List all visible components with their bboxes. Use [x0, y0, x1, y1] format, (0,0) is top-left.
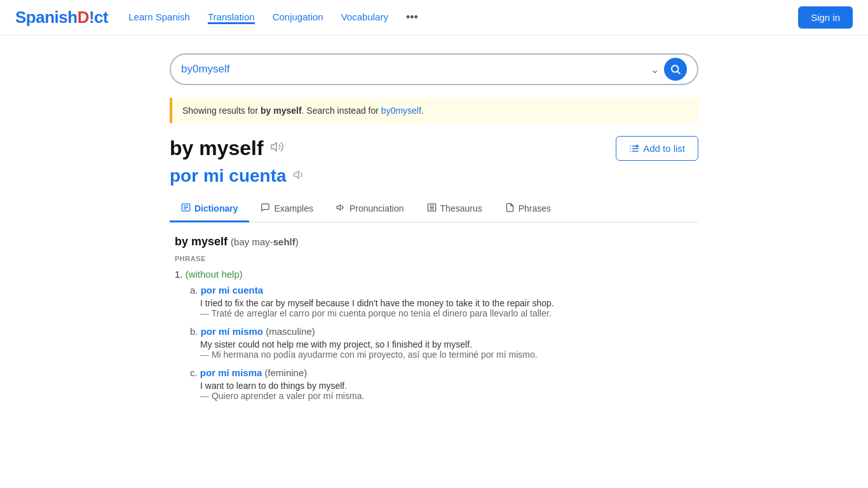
sub-letter-b: b.	[190, 326, 198, 337]
svg-marker-16	[337, 205, 341, 210]
search-button[interactable]	[664, 58, 687, 81]
svg-line-1	[677, 71, 679, 73]
example-block-a: I tried to fix the car by myself because…	[200, 298, 693, 318]
def-number: 1.	[175, 269, 183, 280]
phonetic-stress: sehlf	[273, 236, 295, 247]
header: SpanishD!ct Learn Spanish Translation Co…	[0, 0, 868, 36]
word-title-group: by myself	[170, 137, 284, 160]
part-of-speech: PHRASE	[175, 255, 693, 262]
sub-translation-a[interactable]: por mi cuenta	[201, 285, 263, 295]
search-icon	[670, 64, 681, 75]
sub-letter-a: a.	[190, 285, 198, 295]
sub-qualifier-c: (feminine)	[265, 367, 308, 378]
pronunciation-tab-icon	[336, 203, 346, 214]
suggestion-middle: . Search instead for	[302, 105, 381, 116]
dictionary-tab-icon	[181, 203, 191, 214]
suggestion-prefix: Showing results for	[182, 105, 261, 116]
nav-learn-spanish[interactable]: Learn Spanish	[128, 11, 190, 24]
examples-tab-icon	[261, 203, 270, 214]
main-content: ⌄ Showing results for by myself. Search …	[154, 36, 714, 401]
example-block-b: My sister could not help me with my proj…	[200, 339, 693, 360]
tab-examples[interactable]: Examples	[249, 196, 324, 222]
tab-pronunciation-label: Pronunciation	[349, 203, 404, 214]
tab-phrases-label: Phrases	[519, 203, 551, 214]
sub-def-a: a. por mi cuenta I tried to fix the car …	[190, 285, 693, 318]
thesaurus-tab-icon	[427, 203, 437, 214]
example-en-b: My sister could not help me with my proj…	[200, 339, 693, 349]
sub-label-c: c. por mí misma (feminine)	[190, 367, 693, 378]
search-input[interactable]	[181, 63, 646, 76]
em-dash-c: —	[200, 391, 212, 401]
add-list-icon	[629, 144, 639, 154]
add-to-list-button[interactable]: Add to list	[616, 136, 698, 161]
phrases-tab-icon	[505, 203, 515, 214]
word-section: by myself	[170, 136, 698, 186]
main-nav: Learn Spanish Translation Conjugation Vo…	[128, 11, 778, 24]
tab-thesaurus[interactable]: Thesaurus	[416, 196, 494, 222]
nav-more-icon[interactable]: •••	[406, 11, 418, 24]
em-dash-b: —	[200, 349, 212, 360]
tab-dictionary[interactable]: Dictionary	[170, 196, 249, 222]
sub-def-b: b. por mí mismo (masculine) My sister co…	[190, 326, 693, 360]
search-chevron-icon[interactable]: ⌄	[651, 64, 659, 76]
add-to-list-label: Add to list	[643, 143, 685, 154]
sub-label-a: a. por mi cuenta	[190, 285, 693, 295]
word-heading: by myself	[170, 136, 698, 161]
nav-conjugation[interactable]: Conjugation	[273, 11, 323, 24]
svg-marker-11	[294, 171, 299, 179]
suggestion-corrected: by myself	[261, 105, 302, 116]
sub-qualifier-b: (masculine)	[266, 326, 315, 337]
example-es-b: — Mi hermana no podía ayudarme con mi pr…	[200, 349, 693, 360]
sign-in-button[interactable]: Sign in	[798, 6, 853, 29]
entry-heading: by myself (bay may-sehlf)	[175, 235, 693, 248]
suggestion-original-link[interactable]: by0myself	[381, 105, 421, 116]
dictionary-tabs: Dictionary Examples Pronunciation Thesau…	[170, 196, 698, 222]
tab-thesaurus-label: Thesaurus	[440, 203, 482, 214]
tab-pronunciation[interactable]: Pronunciation	[325, 196, 416, 222]
word-english: by myself	[170, 137, 264, 160]
example-en-c: I want to learn to do things by myself.	[200, 381, 693, 391]
tab-phrases[interactable]: Phrases	[494, 196, 562, 222]
nav-translation[interactable]: Translation	[208, 11, 255, 24]
sub-letter-c: c.	[190, 367, 198, 378]
suggestion-box: Showing results for by myself. Search in…	[170, 98, 698, 123]
translation-title: por mi cuenta	[170, 166, 698, 186]
svg-marker-2	[271, 143, 276, 151]
nav-vocabulary[interactable]: Vocabulary	[341, 11, 388, 24]
logo[interactable]: SpanishD!ct	[15, 8, 108, 27]
example-block-c: I want to learn to do things by myself. …	[200, 381, 693, 401]
sub-translation-b[interactable]: por mí mismo	[201, 326, 263, 337]
sub-def-c: c. por mí misma (feminine) I want to lea…	[190, 367, 693, 401]
word-translation: por mi cuenta	[170, 166, 287, 186]
entry-phonetic: (bay may-sehlf)	[231, 236, 299, 247]
example-es-c: — Quiero aprender a valer por mí misma.	[200, 391, 693, 401]
example-es-a: — Traté de arreglar el carro por mi cuen…	[200, 308, 693, 318]
search-bar: ⌄	[170, 53, 698, 85]
suggestion-suffix: .	[421, 105, 424, 116]
entry-word: by myself	[175, 235, 227, 248]
sub-label-b: b. por mí mismo (masculine)	[190, 326, 693, 337]
example-en-a: I tried to fix the car by myself because…	[200, 298, 693, 308]
audio-icon-spanish[interactable]	[293, 168, 306, 184]
def-context: (without help)	[186, 269, 243, 280]
dictionary-content: by myself (bay may-sehlf) PHRASE 1. (wit…	[170, 235, 698, 401]
tab-dictionary-label: Dictionary	[194, 203, 238, 214]
definition-1: 1. (without help)	[175, 269, 693, 280]
sub-translation-c[interactable]: por mí misma	[200, 367, 262, 378]
audio-icon-english[interactable]	[270, 140, 284, 157]
tab-examples-label: Examples	[274, 203, 313, 214]
